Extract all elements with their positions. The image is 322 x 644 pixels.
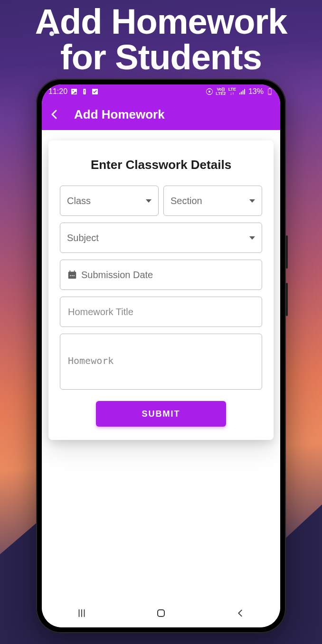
section-dropdown[interactable]: Section xyxy=(163,186,262,216)
svg-rect-7 xyxy=(239,93,240,94)
chevron-down-icon xyxy=(249,199,255,203)
submission-date-field[interactable]: Submission Date xyxy=(60,260,262,290)
svg-rect-10 xyxy=(244,89,245,94)
status-left: 11:20 xyxy=(48,87,99,96)
subject-dropdown-label: Subject xyxy=(67,233,99,243)
back-button[interactable] xyxy=(47,107,62,121)
svg-point-1 xyxy=(73,90,74,92)
svg-rect-4 xyxy=(84,93,85,93)
lte-indicator: LTE↓↑ xyxy=(228,87,236,96)
submission-date-label: Submission Date xyxy=(81,270,153,280)
promo-line1: Add Homework xyxy=(35,2,287,41)
app-bar-title: Add Homework xyxy=(74,107,165,122)
svg-rect-13 xyxy=(268,93,271,94)
class-dropdown-label: Class xyxy=(67,196,91,206)
section-dropdown-label: Section xyxy=(170,196,202,206)
battery-icon xyxy=(266,88,274,95)
svg-point-19 xyxy=(72,275,73,276)
chevron-down-icon xyxy=(146,199,152,203)
svg-point-6 xyxy=(208,91,210,93)
check-icon xyxy=(91,88,99,95)
svg-point-20 xyxy=(74,275,75,276)
homework-title-input[interactable] xyxy=(60,297,262,327)
class-dropdown[interactable]: Class xyxy=(60,186,159,216)
phone-screen: 11:20 Vo))LTE2 LTE↓↑ xyxy=(42,84,280,627)
recents-button[interactable] xyxy=(75,606,89,620)
image-icon xyxy=(70,88,78,95)
svg-rect-17 xyxy=(74,271,75,273)
promo-title: Add Homework for Students xyxy=(0,4,322,75)
phone-side-button xyxy=(286,283,288,316)
form-card: Enter Classwork Details Class Section Su… xyxy=(48,140,274,440)
promo-line2: for Students xyxy=(60,37,262,77)
svg-point-18 xyxy=(70,275,71,276)
battery-percent: 13% xyxy=(248,87,264,96)
subject-dropdown[interactable]: Subject xyxy=(60,223,262,253)
submit-button[interactable]: SUBMIT xyxy=(96,401,226,427)
battery-alert-icon xyxy=(81,88,88,95)
back-nav-button[interactable] xyxy=(233,606,247,620)
svg-rect-12 xyxy=(269,88,271,89)
status-time: 11:20 xyxy=(48,87,67,96)
homework-body-input[interactable] xyxy=(60,334,262,390)
svg-rect-24 xyxy=(158,610,164,616)
form-heading: Enter Classwork Details xyxy=(60,158,262,172)
phone-side-button xyxy=(286,235,288,269)
system-nav-bar xyxy=(42,599,280,627)
chevron-down-icon xyxy=(249,236,255,240)
svg-rect-16 xyxy=(70,271,71,273)
phone-mockup: 11:20 Vo))LTE2 LTE↓↑ xyxy=(36,79,286,633)
status-bar: 11:20 Vo))LTE2 LTE↓↑ xyxy=(42,84,280,99)
svg-rect-8 xyxy=(241,92,242,94)
home-button[interactable] xyxy=(154,606,168,620)
volte-indicator: Vo))LTE2 xyxy=(216,87,226,96)
screen-content: Enter Classwork Details Class Section Su… xyxy=(42,130,280,599)
svg-rect-9 xyxy=(243,90,244,94)
calendar-icon xyxy=(67,270,77,280)
app-bar: Add Homework xyxy=(42,99,280,130)
hotspot-icon xyxy=(206,88,213,95)
signal-icon xyxy=(238,88,246,95)
svg-rect-3 xyxy=(84,90,85,92)
status-right: Vo))LTE2 LTE↓↑ 13% xyxy=(206,87,274,96)
decorative-dot xyxy=(49,31,54,36)
